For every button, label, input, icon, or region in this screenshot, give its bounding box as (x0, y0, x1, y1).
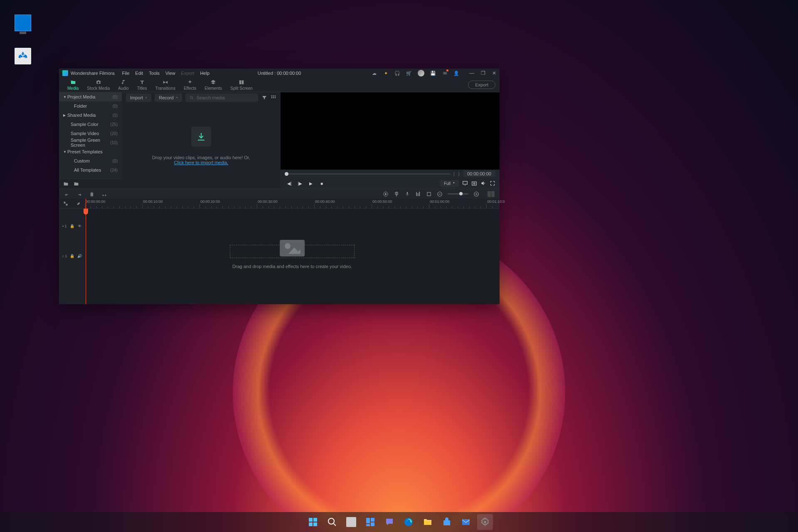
select-mode-icon[interactable] (63, 201, 68, 206)
desktop-recycle-bin-icon[interactable] (15, 48, 31, 64)
redo-icon[interactable] (76, 191, 82, 197)
marker-icon[interactable] (394, 191, 399, 197)
mail-button[interactable] (458, 514, 474, 530)
import-link[interactable]: Click here to import media. (174, 160, 229, 165)
titlebar: Wondershare Filmora File Edit Tools View… (59, 69, 500, 78)
zoom-out-icon[interactable] (437, 191, 443, 197)
sidebar-item-all-templates[interactable]: All Templates(24) (59, 165, 122, 175)
import-drop-target[interactable] (191, 127, 211, 147)
mark-out-icon[interactable]: } (458, 171, 460, 176)
quality-dropdown[interactable]: Full (440, 180, 459, 187)
import-dropdown[interactable]: Import (126, 94, 151, 102)
tab-audio[interactable]: Audio (114, 79, 133, 91)
mute-icon[interactable]: 🔊 (77, 254, 82, 258)
widgets-button[interactable] (362, 514, 378, 530)
search-button[interactable] (324, 514, 340, 530)
tab-titles[interactable]: Titles (133, 79, 151, 91)
fullscreen-icon[interactable] (490, 180, 495, 186)
tab-split-screen[interactable]: Split Screen (226, 79, 257, 91)
lock-icon[interactable]: 🔒 (70, 254, 74, 258)
close-button[interactable]: ✕ (492, 70, 496, 76)
cut-icon[interactable] (101, 191, 107, 197)
mixer-icon[interactable] (415, 191, 421, 197)
search-input[interactable]: Search media (185, 94, 258, 102)
desktop-this-pc-icon[interactable] (15, 15, 31, 31)
maximize-button[interactable]: ❐ (481, 70, 485, 76)
settings-icon[interactable] (114, 191, 120, 197)
new-folder-icon[interactable] (63, 181, 69, 187)
start-button[interactable] (305, 514, 321, 530)
eye-icon[interactable]: 👁 (78, 224, 81, 228)
timeline-content[interactable]: 00:00:00:00 00:00:10:00 00:00:20:00 00:0… (85, 199, 500, 304)
preview-viewport[interactable] (281, 92, 500, 170)
svg-rect-14 (416, 192, 417, 196)
svg-rect-17 (427, 192, 431, 195)
prev-frame-icon[interactable]: ◀| (285, 180, 294, 187)
tab-media[interactable]: Media (63, 79, 83, 91)
media-drop-zone[interactable]: Drop your video clips, images, or audio … (122, 103, 281, 189)
tab-stock-media[interactable]: Stock Media (83, 79, 114, 91)
undo-icon[interactable] (64, 191, 70, 197)
grid-icon[interactable] (271, 95, 276, 101)
settings-button[interactable] (477, 514, 493, 530)
store-button[interactable] (439, 514, 455, 530)
timeline-ruler[interactable]: 00:00:00:00 00:00:10:00 00:00:20:00 00:0… (85, 199, 500, 209)
tab-label: Media (67, 86, 79, 91)
tab-elements[interactable]: Elements (200, 79, 226, 91)
zoom-slider[interactable] (448, 193, 468, 195)
snapshot-icon[interactable] (471, 180, 477, 186)
scrubber-thumb[interactable] (285, 172, 288, 176)
cart-icon[interactable]: 🛒 (406, 70, 412, 76)
cloud-icon[interactable]: ☁ (371, 70, 377, 76)
headset-icon[interactable]: 🎧 (394, 70, 400, 76)
sidebar-item-folder[interactable]: Folder(0) (59, 101, 122, 111)
main-panel: ▼Project Media(0) Folder(0) ▶Shared Medi… (59, 92, 500, 189)
timeline-view-toggle[interactable] (488, 191, 495, 197)
chat-button[interactable] (382, 514, 397, 530)
lock-icon[interactable]: 🔒 (70, 224, 74, 228)
menu-view[interactable]: View (165, 71, 175, 76)
user-icon[interactable]: 👤 (453, 70, 459, 76)
record-dropdown[interactable]: Record (155, 94, 182, 102)
sidebar-item-shared-media[interactable]: ▶Shared Media(0) (59, 111, 122, 120)
scrubber-track[interactable] (285, 173, 450, 175)
render-icon[interactable] (383, 191, 389, 197)
folder-icon[interactable] (74, 181, 79, 187)
message-icon[interactable]: ✉ (442, 70, 448, 76)
stop-icon[interactable]: ■ (317, 180, 326, 187)
menu-tools[interactable]: Tools (149, 71, 160, 76)
crop-icon[interactable] (426, 191, 432, 197)
sidebar-item-project-media[interactable]: ▼Project Media(0) (59, 92, 122, 101)
filter-icon[interactable] (261, 95, 267, 101)
export-button[interactable]: Export (468, 81, 495, 89)
sparkle-icon[interactable]: ✦ (383, 70, 389, 76)
zoom-in-icon[interactable] (473, 191, 479, 197)
sidebar-item-preset-templates[interactable]: ▼Preset Templates (59, 147, 122, 156)
track-area[interactable]: Drag and drop media and effects here to … (85, 209, 500, 304)
save-icon[interactable]: 💾 (430, 70, 436, 76)
display-icon[interactable] (462, 180, 468, 186)
play-icon[interactable]: ▶ (306, 180, 315, 187)
sidebar-item-sample-green[interactable]: Sample Green Screen(10) (59, 138, 122, 147)
menu-edit[interactable]: Edit (135, 71, 143, 76)
sidebar-item-sample-color[interactable]: Sample Color(25) (59, 120, 122, 129)
link-icon[interactable] (76, 201, 81, 206)
sidebar-item-sample-video[interactable]: Sample Video(20) (59, 129, 122, 138)
svg-rect-6 (275, 97, 276, 98)
tab-transitions[interactable]: Transitions (151, 79, 180, 91)
minimize-button[interactable]: — (469, 70, 474, 76)
task-view-button[interactable] (343, 514, 359, 530)
audio-icon[interactable] (126, 191, 132, 197)
mark-in-icon[interactable]: { (453, 171, 455, 176)
mic-icon[interactable] (404, 191, 410, 197)
avatar-icon[interactable] (418, 70, 424, 76)
menu-help[interactable]: Help (200, 71, 209, 76)
menu-file[interactable]: File (122, 71, 130, 76)
sidebar-item-custom[interactable]: Custom(0) (59, 156, 122, 165)
delete-icon[interactable] (89, 191, 95, 197)
explorer-button[interactable] (420, 514, 436, 530)
edge-button[interactable] (401, 514, 416, 530)
tab-effects[interactable]: Effects (180, 79, 200, 91)
next-frame-icon[interactable]: |▶ (296, 180, 305, 187)
volume-icon[interactable] (480, 180, 486, 186)
